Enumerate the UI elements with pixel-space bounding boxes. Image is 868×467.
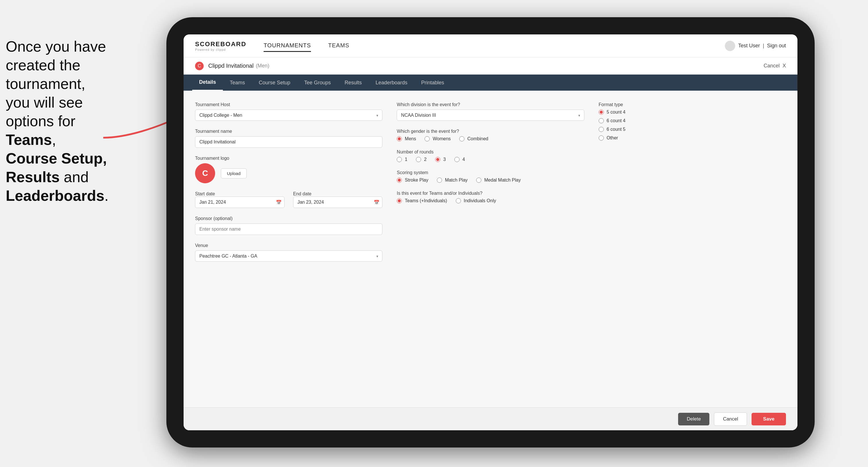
team-group: Is this event for Teams and/or Individua… xyxy=(397,191,584,204)
instruction-course-setup: Course Setup, xyxy=(6,150,107,167)
team-teams-label: Teams (+Individuals) xyxy=(405,198,447,204)
scoring-medal-match-radio[interactable] xyxy=(476,178,481,183)
gender-womens-radio[interactable] xyxy=(425,136,430,142)
format-other: Other xyxy=(599,135,786,141)
name-input[interactable] xyxy=(195,136,382,148)
logo-area: SCOREBOARD Powered by clippd xyxy=(195,40,246,51)
format-6count4-label: 6 count 4 xyxy=(607,118,626,123)
action-bar: Delete Cancel Save xyxy=(184,407,798,430)
rounds-2-radio[interactable] xyxy=(416,157,421,162)
rounds-1-radio[interactable] xyxy=(397,157,402,162)
rounds-4-radio[interactable] xyxy=(454,157,460,162)
format-6count5-radio[interactable] xyxy=(599,127,604,132)
scoring-group: Scoring system Stroke Play Match Play xyxy=(397,170,584,183)
format-6count5: 6 count 5 xyxy=(599,127,786,132)
gender-womens-label: Womens xyxy=(433,136,451,142)
gender-radio-group: Mens Womens Combined xyxy=(397,136,584,142)
rounds-3-radio[interactable] xyxy=(435,157,440,162)
instruction-line1: Once you have xyxy=(6,38,106,55)
venue-group: Venue Peachtree GC - Atlanta - GA xyxy=(195,243,382,261)
format-6count4-radio[interactable] xyxy=(599,118,604,123)
name-label: Tournament name xyxy=(195,129,382,134)
rounds-4: 4 xyxy=(454,157,465,162)
form-grid: Tournament Host Clippd College - Men Tou… xyxy=(195,102,786,261)
end-date-input[interactable] xyxy=(293,196,383,208)
scoring-radio-group: Stroke Play Match Play Medal Match Play xyxy=(397,178,584,183)
division-select-wrapper: NCAA Division III xyxy=(397,110,584,121)
gender-label: Which gender is the event for? xyxy=(397,129,584,134)
logo-group: Tournament logo C Upload xyxy=(195,156,382,183)
gender-mens-radio[interactable] xyxy=(397,136,402,142)
nav-items: TOURNAMENTS TEAMS xyxy=(264,40,725,52)
start-date-wrapper: 📅 xyxy=(195,196,284,208)
gender-combined-radio[interactable] xyxy=(459,136,464,142)
logo-preview: C xyxy=(195,163,215,183)
start-date-input[interactable] xyxy=(195,196,284,208)
rounds-3-label: 3 xyxy=(443,157,446,162)
breadcrumb-cancel[interactable]: Cancel X xyxy=(764,63,786,69)
host-select-wrapper: Clippd College - Men xyxy=(195,110,382,121)
gender-mens: Mens xyxy=(397,136,416,142)
tournament-gender: (Men) xyxy=(256,63,269,69)
sign-out-link[interactable]: Sign out xyxy=(767,43,786,49)
scoring-match: Match Play xyxy=(437,178,468,183)
format-other-radio[interactable] xyxy=(599,135,604,141)
name-group: Tournament name xyxy=(195,129,382,148)
cancel-button[interactable]: Cancel xyxy=(714,412,747,426)
team-individuals: Individuals Only xyxy=(456,198,496,204)
tab-results[interactable]: Results xyxy=(338,74,369,91)
format-5count4-label: 5 count 4 xyxy=(607,110,626,115)
sponsor-input[interactable] xyxy=(195,223,382,235)
calendar-icon-end: 📅 xyxy=(374,200,379,205)
start-date-field: Start date 📅 xyxy=(195,191,284,208)
instruction-leaderboards: Leaderboards xyxy=(6,187,104,204)
user-name: Test User xyxy=(738,43,760,49)
calendar-icon: 📅 xyxy=(276,200,282,205)
instruction-text: Once you have created the tournament, yo… xyxy=(0,37,138,205)
top-nav: SCOREBOARD Powered by clippd TOURNAMENTS… xyxy=(184,34,798,57)
scoring-match-radio[interactable] xyxy=(437,178,442,183)
save-button[interactable]: Save xyxy=(751,413,786,426)
back-icon[interactable]: C xyxy=(195,62,204,70)
scoring-label: Scoring system xyxy=(397,170,584,175)
instruction-line5: options for xyxy=(6,113,75,129)
tab-leaderboards[interactable]: Leaderboards xyxy=(369,74,414,91)
team-individuals-radio[interactable] xyxy=(456,198,461,204)
tablet-frame: SCOREBOARD Powered by clippd TOURNAMENTS… xyxy=(166,17,815,447)
rounds-group: Number of rounds 1 2 xyxy=(397,150,584,162)
format-radio-group: 5 count 4 6 count 4 6 count 5 xyxy=(599,110,786,141)
tab-course-setup[interactable]: Course Setup xyxy=(252,74,297,91)
instruction-line2: created the xyxy=(6,57,80,73)
scoring-stroke-radio[interactable] xyxy=(397,178,402,183)
dates-group: Start date 📅 End date 📅 xyxy=(195,191,382,208)
start-date-label: Start date xyxy=(195,191,215,196)
tournament-title: Clippd Invitational xyxy=(208,63,254,69)
gender-combined-label: Combined xyxy=(467,136,488,142)
tab-details[interactable]: Details xyxy=(192,74,223,91)
rounds-1-label: 1 xyxy=(405,157,407,162)
delete-button[interactable]: Delete xyxy=(678,413,709,426)
upload-button[interactable]: Upload xyxy=(221,168,247,179)
tab-printables[interactable]: Printables xyxy=(414,74,451,91)
instruction-teams: Teams xyxy=(6,131,52,148)
rounds-2-label: 2 xyxy=(424,157,427,162)
tab-tee-groups[interactable]: Tee Groups xyxy=(297,74,338,91)
format-6count4: 6 count 4 xyxy=(599,118,786,123)
tab-teams[interactable]: Teams xyxy=(223,74,252,91)
venue-select[interactable]: Peachtree GC - Atlanta - GA xyxy=(195,250,382,261)
format-other-label: Other xyxy=(607,135,618,141)
form-col-middle: Which division is the event for? NCAA Di… xyxy=(397,102,584,261)
logo-title: SCOREBOARD xyxy=(195,40,246,48)
content-area: Tournament Host Clippd College - Men Tou… xyxy=(184,91,798,407)
scoring-match-label: Match Play xyxy=(445,178,468,183)
logo-label: Tournament logo xyxy=(195,156,382,161)
host-select[interactable]: Clippd College - Men xyxy=(195,110,382,121)
nav-tournaments[interactable]: TOURNAMENTS xyxy=(264,40,311,52)
format-section: Format type 5 count 4 6 count 4 xyxy=(599,102,786,141)
team-teams-radio[interactable] xyxy=(397,198,402,204)
user-section: Test User | Sign out xyxy=(725,41,786,51)
format-5count4-radio[interactable] xyxy=(599,110,604,115)
nav-teams[interactable]: TEAMS xyxy=(328,40,349,52)
format-6count5-label: 6 count 5 xyxy=(607,127,626,132)
division-select[interactable]: NCAA Division III xyxy=(397,110,584,121)
